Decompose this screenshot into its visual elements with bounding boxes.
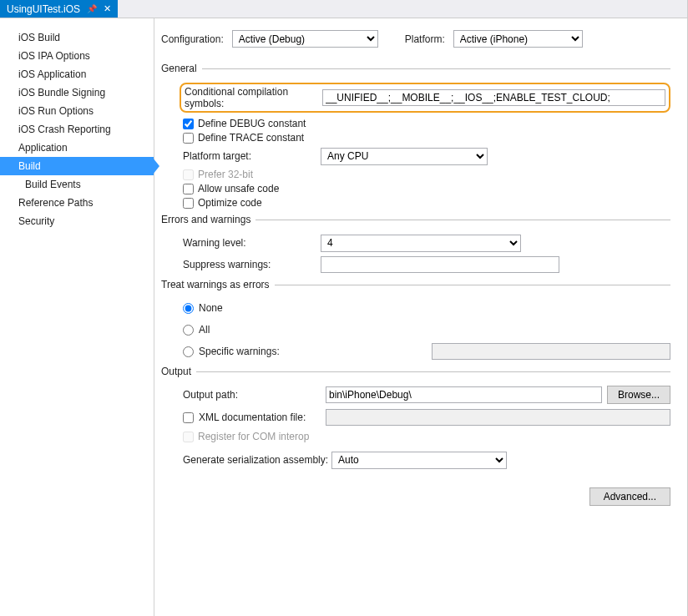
define-trace-label: Define TRACE constant	[198, 132, 304, 144]
browse-button[interactable]: Browse...	[607, 386, 670, 404]
platform-target-label: Platform target:	[183, 150, 321, 162]
pin-icon[interactable]: 📌	[87, 4, 97, 13]
sidebar-item-security[interactable]: Security	[0, 212, 154, 230]
general-header: General	[161, 63, 670, 74]
treat-all-label: All	[199, 324, 291, 336]
output-header: Output	[161, 366, 670, 377]
optimize-code-checkbox[interactable]	[183, 198, 194, 209]
document-tab[interactable]: UsingUITest.iOS 📌 ✕	[0, 0, 118, 18]
treat-warnings-header: Treat warnings as errors	[161, 279, 670, 290]
sidebar-item-ios-crash-reporting[interactable]: iOS Crash Reporting	[0, 120, 154, 139]
treat-none-label: None	[199, 302, 291, 314]
xml-doc-input	[326, 409, 670, 426]
sidebar-item-build[interactable]: Build	[0, 157, 154, 175]
platform-select[interactable]: Active (iPhone)	[453, 30, 583, 48]
prefer-32bit-checkbox	[183, 169, 194, 180]
suppress-warnings-label: Suppress warnings:	[183, 259, 321, 270]
errors-header: Errors and warnings	[161, 214, 670, 225]
tab-title: UsingUITest.iOS	[7, 3, 80, 15]
warning-level-label: Warning level:	[183, 237, 321, 249]
register-com-checkbox	[183, 432, 194, 442]
build-properties-panel: Configuration: Active (Debug) Platform: …	[154, 18, 687, 616]
sidebar-item-ios-application[interactable]: iOS Application	[0, 65, 154, 83]
conditional-symbols-input[interactable]	[322, 89, 665, 106]
define-debug-checkbox[interactable]	[183, 119, 194, 129]
allow-unsafe-label: Allow unsafe code	[198, 183, 279, 194]
gen-serialization-select[interactable]: Auto	[331, 452, 507, 469]
treat-specific-label: Specific warnings:	[199, 346, 324, 357]
xml-doc-label: XML documentation file:	[199, 412, 321, 423]
treat-specific-radio[interactable]	[183, 346, 194, 357]
register-com-label: Register for COM interop	[198, 431, 309, 442]
platform-label: Platform:	[405, 33, 445, 45]
allow-unsafe-checkbox[interactable]	[183, 184, 194, 194]
sidebar-item-build-events[interactable]: Build Events	[0, 175, 154, 194]
sidebar-item-application[interactable]: Application	[0, 139, 154, 157]
gen-serialization-label: Generate serialization assembly:	[183, 454, 331, 466]
output-path-label: Output path:	[183, 389, 321, 401]
configuration-label: Configuration:	[161, 33, 224, 45]
advanced-button[interactable]: Advanced...	[589, 487, 670, 506]
tab-bar: UsingUITest.iOS 📌 ✕	[0, 0, 687, 18]
define-trace-checkbox[interactable]	[183, 133, 194, 144]
treat-none-radio[interactable]	[183, 303, 194, 314]
conditional-symbols-highlight: Conditional compilation symbols:	[180, 83, 670, 113]
conditional-symbols-label: Conditional compilation symbols:	[181, 86, 322, 109]
sidebar-item-reference-paths[interactable]: Reference Paths	[0, 194, 154, 212]
suppress-warnings-input[interactable]	[321, 256, 559, 273]
platform-target-select[interactable]: Any CPU	[321, 148, 488, 165]
optimize-code-label: Optimize code	[198, 197, 262, 209]
define-debug-label: Define DEBUG constant	[198, 118, 306, 129]
sidebar-item-ios-build[interactable]: iOS Build	[0, 28, 154, 47]
output-path-input[interactable]	[326, 386, 602, 403]
sidebar-item-ios-bundle-signing[interactable]: iOS Bundle Signing	[0, 83, 154, 102]
sidebar-item-ios-run-options[interactable]: iOS Run Options	[0, 102, 154, 120]
prefer-32bit-label: Prefer 32-bit	[198, 169, 253, 180]
warning-level-select[interactable]: 4	[321, 235, 521, 252]
close-icon[interactable]: ✕	[104, 3, 111, 14]
sidebar-item-ios-ipa-options[interactable]: iOS IPA Options	[0, 47, 154, 65]
xml-doc-checkbox[interactable]	[183, 412, 194, 423]
treat-all-radio[interactable]	[183, 325, 194, 336]
treat-specific-input	[432, 343, 670, 360]
configuration-select[interactable]: Active (Debug)	[232, 30, 378, 48]
sidebar: iOS BuildiOS IPA OptionsiOS Applicationi…	[0, 18, 154, 616]
